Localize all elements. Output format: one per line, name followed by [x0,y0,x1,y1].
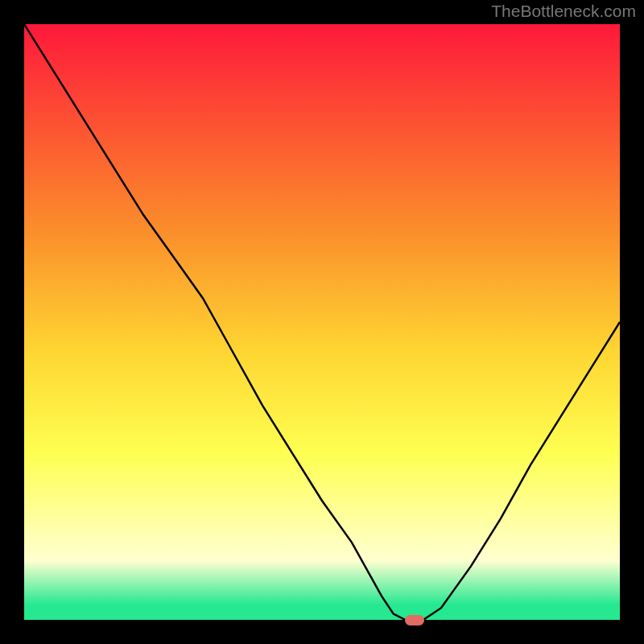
background-gradient [24,24,620,620]
optimum-marker [405,615,424,625]
watermark-text: TheBottleneck.com [491,2,636,21]
plot-svg [24,24,620,620]
chart-container: TheBottleneck.com [0,0,644,644]
plot-area [24,24,620,620]
